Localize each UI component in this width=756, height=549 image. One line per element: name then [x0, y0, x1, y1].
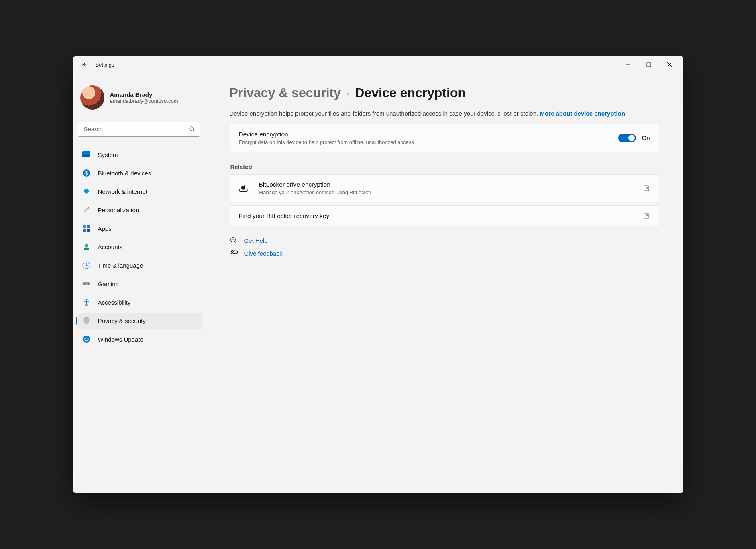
- card-subtitle: Manage your encryption settings using Bi…: [259, 189, 634, 195]
- sidebar-item-label: Accounts: [98, 244, 123, 250]
- avatar: [80, 85, 104, 110]
- svg-rect-13: [87, 229, 90, 232]
- bitlocker-card[interactable]: BitLocker drive encryption Manage your e…: [230, 174, 659, 202]
- svg-point-9: [88, 207, 89, 208]
- link-label: Get Help: [244, 237, 268, 244]
- update-icon: [82, 335, 91, 344]
- sidebar-item-label: Apps: [98, 225, 112, 232]
- get-help-link[interactable]: ? Get Help: [230, 237, 659, 245]
- chevron-right-icon: ›: [346, 89, 349, 100]
- sidebar-item-time-language[interactable]: Time & language: [78, 257, 202, 273]
- sidebar-item-gaming[interactable]: Gaming: [78, 276, 202, 292]
- sidebar-item-privacy-security[interactable]: Privacy & security: [78, 313, 202, 329]
- profile-email: amanda.brady@contoso.com: [110, 98, 178, 104]
- sidebar-item-label: Privacy & security: [98, 317, 146, 324]
- svg-point-20: [83, 336, 90, 343]
- sidebar-item-label: Bluetooth & devices: [98, 170, 151, 177]
- open-external-icon: [643, 185, 650, 192]
- svg-text:?: ?: [232, 238, 234, 242]
- arrow-left-icon: [81, 61, 88, 68]
- encryption-toggle[interactable]: [618, 134, 636, 142]
- sidebar-item-label: System: [98, 151, 118, 158]
- profile-name: Amanda Brady: [110, 91, 178, 98]
- svg-rect-12: [83, 229, 86, 232]
- recovery-key-card[interactable]: Find your BitLocker recovery key: [230, 205, 659, 226]
- breadcrumb: Privacy & security › Device encryption: [230, 85, 659, 100]
- sidebar-item-label: Gaming: [98, 281, 119, 287]
- shield-icon: [82, 316, 91, 325]
- card-title: Device encryption: [239, 131, 610, 138]
- svg-point-27: [231, 250, 233, 252]
- sidebar-item-label: Windows Update: [98, 336, 143, 343]
- close-icon: [667, 62, 672, 67]
- svg-rect-28: [234, 251, 237, 253]
- bluetooth-icon: [82, 169, 91, 177]
- breadcrumb-parent[interactable]: Privacy & security: [230, 85, 341, 100]
- svg-rect-11: [87, 225, 90, 228]
- sidebar-item-accessibility[interactable]: Accessibility: [78, 294, 202, 310]
- titlebar: Settings: [73, 56, 683, 73]
- sidebar-item-system[interactable]: System: [78, 146, 202, 163]
- svg-point-14: [85, 244, 88, 247]
- paintbrush-icon: [82, 205, 91, 214]
- profile-block[interactable]: Amanda Brady amanda.brady@contoso.com: [78, 78, 202, 117]
- toggle-state-label: On: [642, 134, 650, 141]
- svg-rect-7: [82, 155, 90, 157]
- sidebar-item-label: Personalization: [98, 207, 139, 214]
- svg-point-4: [190, 127, 193, 130]
- page-description: Device encryption helps protect your fil…: [230, 109, 635, 118]
- sidebar-item-windows-update[interactable]: Windows Update: [78, 331, 202, 347]
- open-external-icon: [643, 212, 650, 220]
- maximize-icon: [646, 62, 651, 67]
- window-title: Settings: [96, 62, 114, 68]
- minimize-button[interactable]: [617, 57, 638, 73]
- wifi-icon: [82, 187, 91, 196]
- svg-point-18: [88, 283, 89, 284]
- give-feedback-link[interactable]: Give feedback: [230, 250, 659, 258]
- svg-rect-1: [647, 63, 651, 67]
- svg-point-17: [84, 283, 85, 284]
- svg-point-19: [85, 299, 87, 301]
- sidebar-item-label: Network & internet: [98, 188, 147, 195]
- svg-rect-10: [83, 225, 86, 228]
- feedback-icon: [230, 250, 238, 258]
- close-button[interactable]: [659, 57, 680, 73]
- accessibility-icon: [82, 298, 91, 307]
- card-title: Find your BitLocker recovery key: [239, 212, 634, 220]
- sidebar-item-accounts[interactable]: Accounts: [78, 239, 202, 255]
- apps-icon: [82, 224, 91, 233]
- page-title: Device encryption: [355, 85, 466, 100]
- search-input[interactable]: [78, 122, 200, 137]
- search-icon: [189, 126, 195, 132]
- sidebar-item-apps[interactable]: Apps: [78, 220, 202, 236]
- person-icon: [82, 242, 91, 251]
- search-box[interactable]: [78, 122, 200, 137]
- svg-rect-16: [82, 282, 90, 285]
- back-button[interactable]: [76, 57, 92, 73]
- card-title: BitLocker drive encryption: [259, 181, 634, 188]
- lock-drive-icon: [239, 184, 250, 193]
- help-icon: ?: [230, 237, 238, 245]
- sidebar-item-label: Accessibility: [98, 299, 131, 306]
- device-encryption-card: Device encryption Encrypt data on this d…: [230, 124, 659, 152]
- sidebar-item-label: Time & language: [98, 262, 143, 269]
- gamepad-icon: [82, 279, 91, 288]
- sidebar-item-personalization[interactable]: Personalization: [78, 202, 202, 218]
- more-about-link[interactable]: More about device encryption: [540, 110, 625, 117]
- sidebar-item-bluetooth[interactable]: Bluetooth & devices: [78, 165, 202, 181]
- sidebar-item-network[interactable]: Network & internet: [78, 183, 202, 199]
- link-label: Give feedback: [244, 250, 283, 257]
- clock-globe-icon: [82, 261, 91, 270]
- minimize-icon: [626, 62, 630, 67]
- settings-window: Settings Amanda Brady amanda.brady@conto…: [73, 56, 683, 493]
- sidebar: Amanda Brady amanda.brady@contoso.com Sy…: [73, 73, 206, 493]
- card-subtitle: Encrypt data on this device to help prot…: [239, 139, 610, 145]
- system-icon: [82, 150, 91, 159]
- maximize-button[interactable]: [638, 57, 659, 73]
- related-heading: Related: [230, 163, 659, 170]
- main-content: Privacy & security › Device encryption D…: [206, 73, 683, 493]
- svg-line-5: [193, 130, 194, 132]
